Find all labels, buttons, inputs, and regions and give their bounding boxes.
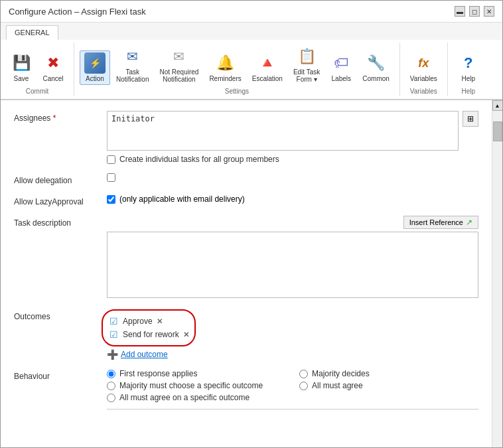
settings-buttons: ⚡ Action ✉ Task Notification ✉ Not Requi… [77,42,397,86]
rework-label: Send for rework [123,330,179,339]
first-response-radio[interactable] [107,370,115,378]
first-response-label[interactable]: First response applies [119,369,197,378]
outcomes-control: ☑ Approve ✕ ☑ Send for rework ✕ ➕ [107,309,478,360]
majority-decides-row: Majority decides [299,369,478,378]
outcome-approve: ☑ Approve ✕ [108,316,189,327]
majority-specific-row: Majority must choose a specific outcome [107,381,286,390]
assignees-control: Initiator ⊞ Create individual tasks for … [107,111,478,164]
allow-lazy-checkbox[interactable] [107,195,115,204]
add-outcome-label: Add outcome [121,350,168,359]
title-bar: Configure Action – Assign Flexi task ▬ ◻… [1,1,502,23]
escalation-button[interactable]: 🔺 Escalation [248,50,287,85]
content-area: Assignees * Initiator ⊞ Create individua… [1,100,502,447]
labels-button[interactable]: 🏷 Labels [326,50,356,85]
minimize-button[interactable]: ▬ [455,6,465,17]
task-description-input[interactable] [107,232,478,298]
reminders-icon: 🔔 [215,52,236,74]
task-notification-button[interactable]: ✉ Task Notification [111,44,153,85]
scrollbar-thumb[interactable] [493,121,502,141]
assignees-picker-button[interactable]: ⊞ [463,111,478,127]
group-members-checkbox-row: Create individual tasks for all group me… [107,155,478,164]
common-button[interactable]: 🔧 Common [358,50,394,85]
settings-group-label: Settings [77,86,397,96]
ribbon-group-help: ? Help Help [448,42,489,96]
ribbon-group-settings: ⚡ Action ✉ Task Notification ✉ Not Requi… [74,42,400,96]
add-outcome-button[interactable]: ➕ Add outcome [107,349,478,360]
reminders-label: Reminders [209,75,241,83]
save-icon: 💾 [11,52,32,74]
task-desc-header: Insert Reference ↗ [107,216,478,229]
help-icon: ? [458,52,479,74]
ribbon-group-variables: fx Variables Variables [400,42,448,96]
approve-icon: ☑ [108,316,119,327]
commit-buttons: 💾 Save ✖ Cancel [3,42,71,86]
all-must-agree-radio[interactable] [299,382,308,390]
edit-task-form-icon: 📋 [296,46,317,67]
behaviour-divider [107,409,478,410]
insert-ref-label: Insert Reference [409,218,463,226]
cancel-button[interactable]: ✖ Cancel [38,50,68,85]
insert-ref-icon: ↗ [466,218,472,227]
approve-label: Approve [123,317,153,326]
variables-icon: fx [413,52,434,74]
scroll-up-button[interactable]: ▲ [492,100,503,111]
all-on-specific-label[interactable]: All must agree on a specific outcome [119,393,250,402]
tab-general[interactable]: GENERAL [6,25,58,40]
action-label: Action [86,75,104,83]
outcome-send-for-rework: ☑ Send for rework ✕ [108,329,189,340]
main-window: Configure Action – Assign Flexi task ▬ ◻… [0,0,503,448]
all-must-agree-label[interactable]: All must agree [312,381,363,390]
allow-delegation-label: Allow delegation [14,173,107,185]
escalation-icon: 🔺 [257,52,278,74]
scrollbar: ▲ [492,100,502,447]
variables-button[interactable]: fx Variables [405,50,442,85]
save-button[interactable]: 💾 Save [6,50,36,85]
behaviour-row: Behaviour First response applies Majorit… [14,369,478,410]
variables-buttons: fx Variables [403,42,445,86]
allow-delegation-checkbox[interactable] [107,173,115,182]
not-required-notification-button[interactable]: ✉ Not Required Notification [155,44,203,85]
help-button[interactable]: ? Help [453,50,484,85]
group-members-label[interactable]: Create individual tasks for all group me… [119,155,279,164]
outcomes-circle: ☑ Approve ✕ ☑ Send for rework ✕ [102,309,196,346]
majority-decides-radio[interactable] [299,370,308,378]
allow-lazy-note[interactable]: (only applicable with email delivery) [119,194,245,204]
table-icon: ⊞ [467,114,474,123]
allow-delegation-control [107,173,478,184]
assignees-row: Assignees * Initiator ⊞ Create individua… [14,111,478,164]
save-label: Save [14,75,29,83]
close-button[interactable]: ✕ [484,6,494,17]
insert-reference-button[interactable]: Insert Reference ↗ [403,216,478,229]
variables-label: Variables [410,75,437,83]
cancel-label: Cancel [42,75,63,83]
outcomes-row: Outcomes ☑ Approve ✕ ☑ Send for rework [14,309,478,360]
behaviour-control: First response applies Majority decides … [107,369,478,410]
labels-icon: 🏷 [330,52,352,74]
allow-lazy-label: Allow LazyApproval [14,194,107,206]
majority-specific-radio[interactable] [107,382,115,390]
not-required-icon: ✉ [169,46,190,67]
task-description-row: Task description Insert Reference ↗ [14,216,478,300]
majority-specific-label[interactable]: Majority must choose a specific outcome [119,381,263,390]
task-notification-icon: ✉ [122,46,143,67]
edit-task-form-label: Edit Task Form ▾ [293,68,320,83]
allow-delegation-row: Allow delegation [14,173,478,185]
approve-remove-button[interactable]: ✕ [157,317,163,326]
first-response-row: First response applies [107,369,286,378]
rework-icon: ☑ [108,329,119,340]
assignees-input[interactable]: Initiator [107,111,459,151]
rework-remove-button[interactable]: ✕ [183,331,189,339]
cancel-icon: ✖ [42,52,64,74]
action-button[interactable]: ⚡ Action [80,50,110,85]
add-outcome-icon: ➕ [107,349,118,360]
reminders-button[interactable]: 🔔 Reminders [204,50,246,85]
allow-lazy-control: (only applicable with email delivery) [107,194,478,204]
behaviour-grid: First response applies Majority decides … [107,369,478,402]
group-members-checkbox[interactable] [107,155,115,164]
majority-decides-label[interactable]: Majority decides [312,369,370,378]
assignees-box: Initiator ⊞ [107,111,478,151]
restore-button[interactable]: ◻ [469,6,480,17]
all-on-specific-radio[interactable] [107,394,115,402]
ribbon-tabs: GENERAL [1,23,502,40]
edit-task-form-button[interactable]: 📋 Edit Task Form ▾ [289,44,324,85]
